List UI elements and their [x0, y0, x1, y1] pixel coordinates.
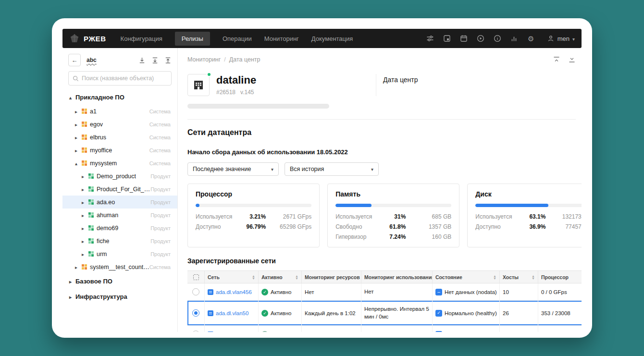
sort-icon[interactable]: ▲▼: [250, 275, 255, 280]
network-link[interactable]: ada.dl.vlan50: [216, 310, 248, 316]
back-button[interactable]: [68, 54, 81, 66]
tree-item-egov[interactable]: egov Система: [62, 118, 177, 131]
nav-item-operations[interactable]: Операции: [223, 32, 252, 46]
collapse-all-icon[interactable]: [138, 57, 146, 64]
system-icon: [82, 122, 87, 127]
radio-button[interactable]: [192, 288, 199, 295]
history-period-value: Вся история: [290, 166, 324, 172]
value-mode-value: Последнее значение: [193, 166, 251, 172]
sort-icon[interactable]: ▲▼: [530, 275, 535, 280]
triangle-collapsed-icon[interactable]: [69, 278, 75, 285]
radio-button[interactable]: [192, 331, 199, 332]
system-icon: [82, 160, 87, 166]
chart-icon[interactable]: [510, 35, 518, 42]
tree-item-mysystem[interactable]: mysystem Система: [62, 157, 177, 170]
system-icon: [82, 109, 87, 114]
history-period-select[interactable]: Вся история: [285, 162, 379, 176]
table-row-vlan456[interactable]: ada.dl.vlan456 Активно Нет Нет Нет данны…: [187, 283, 582, 301]
abc-search-icon[interactable]: abc: [87, 57, 97, 63]
triangle-collapsed-icon[interactable]: [69, 293, 75, 300]
table-row-vlan50[interactable]: ada.dl.vlan50 Активно Каждый день в 1:02…: [187, 301, 582, 326]
tree-item-demo69[interactable]: demo69 Продукт: [62, 221, 177, 234]
entity-title: dataline: [216, 74, 256, 86]
main-panel: Мониторинг / Дата центр: [178, 48, 582, 332]
breadcrumb-monitoring[interactable]: Мониторинг: [187, 56, 221, 63]
triangle-collapsed-icon[interactable]: [82, 238, 88, 245]
widgets-icon[interactable]: [443, 35, 451, 42]
triangle-collapsed-icon[interactable]: [75, 108, 81, 115]
tree-group-infrastructure[interactable]: Инфраструктура: [62, 289, 177, 304]
tree-group-applied-software[interactable]: Прикладное ПО: [62, 89, 177, 105]
tree-item-ada-eo[interactable]: ada.eo Продукт: [62, 196, 177, 209]
system-icon: [82, 264, 87, 270]
expand-panel-icon[interactable]: [568, 56, 576, 63]
tree-item-urm[interactable]: urm Продукт: [62, 247, 177, 260]
select-all-header[interactable]: [187, 271, 205, 283]
select-all-icon: [193, 274, 199, 280]
triangle-expanded-icon[interactable]: [69, 94, 75, 101]
tree-item-fiche[interactable]: fiche Продукт: [62, 234, 177, 247]
sort-icon[interactable]: ▲▼: [491, 275, 496, 280]
metric-label: Доступно: [475, 223, 512, 230]
tree-group-label: Базовое ПО: [75, 278, 112, 285]
tree-item-system-test-counter[interactable]: system__test_counter_... Система: [62, 260, 177, 273]
triangle-collapsed-icon[interactable]: [75, 134, 81, 141]
triangle-collapsed-icon[interactable]: [82, 173, 88, 180]
header-resources[interactable]: Мониторинг ресурсов▲▼: [302, 271, 361, 283]
system-icon: [82, 147, 87, 153]
tree-item-demo-product[interactable]: Demo_product Продукт: [62, 170, 177, 183]
tree-item-label: urm: [97, 251, 107, 258]
active-label: Отключено: [271, 331, 299, 332]
triangle-collapsed-icon[interactable]: [82, 212, 88, 219]
tree-item-product-for-git-sync[interactable]: Product_For_Git_sync Продукт: [62, 183, 177, 196]
metric-percent: 61.8%: [372, 223, 406, 230]
section-divider: [187, 119, 576, 120]
triangle-collapsed-icon[interactable]: [75, 121, 81, 128]
active-check-icon: [261, 310, 268, 317]
nav-item-configuration[interactable]: Конфигурация: [121, 32, 162, 46]
triangle-collapsed-icon[interactable]: [82, 186, 88, 193]
gear-icon[interactable]: ⚙: [527, 35, 535, 42]
nav-item-monitoring[interactable]: Мониторинг: [264, 32, 299, 46]
scroll-to-selected-icon[interactable]: [164, 57, 172, 64]
search-input[interactable]: [82, 75, 167, 82]
registered-networks-title: Зарегистрированные сети: [187, 257, 576, 265]
datacenter-building-icon: [192, 79, 205, 91]
triangle-collapsed-icon[interactable]: [82, 225, 88, 232]
metric-percent: 63.1%: [512, 213, 545, 220]
loading-placeholder-bar: [187, 104, 329, 109]
sort-icon[interactable]: ▲▼: [293, 275, 298, 280]
nav-item-releases[interactable]: Релизы: [175, 32, 210, 46]
table-row-vlan50-dev[interactable]: ada.dl.vlan50.dev Отключено Нет Нет Нет …: [187, 326, 582, 332]
triangle-collapsed-icon[interactable]: [82, 199, 88, 206]
user-menu[interactable]: men: [547, 34, 575, 43]
triangle-expanded-icon[interactable]: [75, 160, 81, 167]
tree-item-ahuman[interactable]: ahuman Продукт: [62, 209, 177, 221]
expand-all-icon[interactable]: [151, 57, 159, 64]
header-network[interactable]: Сеть▲▼: [205, 271, 259, 283]
triangle-collapsed-icon[interactable]: [82, 251, 88, 258]
filters-icon[interactable]: [426, 35, 434, 42]
nav-item-documentation[interactable]: Документация: [311, 32, 353, 46]
tree-item-myoffice[interactable]: myoffice Система: [62, 144, 177, 157]
header-state[interactable]: Состояние▲▼: [433, 271, 500, 283]
calendar-icon[interactable]: [460, 35, 468, 42]
collapse-panel-icon[interactable]: [553, 56, 560, 63]
tree-group-base-software[interactable]: Базовое ПО: [62, 273, 177, 289]
tree-item-elbrus[interactable]: elbrus Система: [62, 131, 177, 144]
info-icon[interactable]: [494, 35, 501, 42]
header-active[interactable]: Активно▲▼: [259, 271, 302, 283]
tree-item-label: demo69: [97, 225, 118, 232]
header-usage[interactable]: Мониторинг использования▲▼: [361, 271, 433, 283]
value-mode-select[interactable]: Последнее значение: [187, 162, 279, 176]
header-cpu[interactable]: Процессор▲▼: [538, 271, 582, 283]
triangle-collapsed-icon[interactable]: [75, 264, 81, 270]
network-link[interactable]: ada.dl.vlan50.dev: [216, 331, 259, 332]
network-link[interactable]: ada.dl.vlan456: [216, 289, 252, 295]
brand[interactable]: РЖЕВ: [69, 33, 106, 44]
play-icon[interactable]: [477, 35, 484, 42]
triangle-collapsed-icon[interactable]: [75, 147, 81, 154]
radio-button-checked[interactable]: [192, 309, 199, 317]
header-hosts[interactable]: Хосты▲▼: [500, 271, 538, 283]
tree-item-a1[interactable]: a1 Система: [62, 105, 177, 118]
